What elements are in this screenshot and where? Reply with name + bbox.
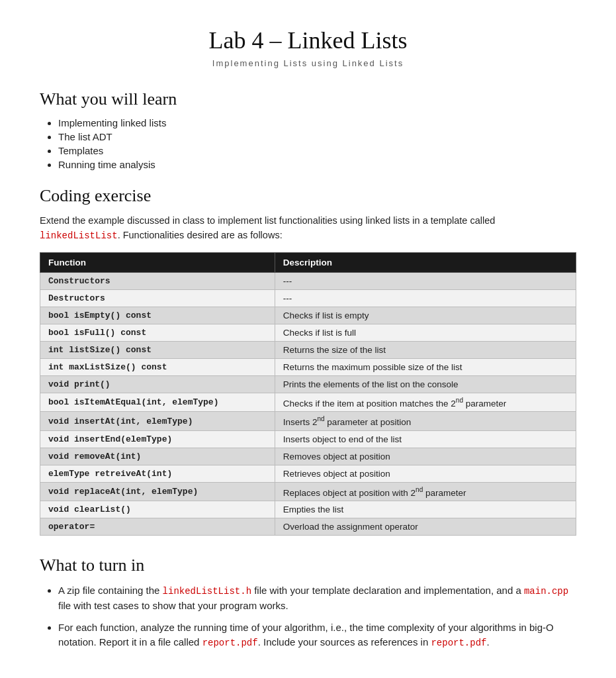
table-row: void replaceAt(int, elemType) Replaces o… (40, 482, 576, 501)
func-cell: void print() (40, 375, 275, 393)
list-item: For each function, analyze the running t… (58, 620, 576, 651)
table-row: void insertAt(int, elemType) Inserts 2nd… (40, 412, 576, 431)
turn-in-text-2-after: . (486, 636, 489, 648)
func-cell: Constructors (40, 272, 275, 289)
desc-text-after: parameter (423, 487, 466, 497)
turn-in-list: A zip file containing the linkedListList… (58, 583, 576, 650)
what-you-learn-heading: What you will learn (40, 89, 576, 109)
table-row: void insertEnd(elemType) Inserts object … (40, 430, 576, 448)
func-cell: int listSize() const (40, 341, 275, 358)
table-row: Constructors --- (40, 272, 576, 289)
list-item: The list ADT (58, 131, 576, 142)
func-cell: elemType retreiveAt(int) (40, 465, 275, 482)
func-cell: void insertAt(int, elemType) (40, 412, 275, 431)
table-row: void clearList() Empties the list (40, 501, 576, 518)
what-you-learn-list: Implementing linked lists The list ADT T… (58, 117, 576, 170)
desc-cell: Prints the elements of the list on the c… (275, 375, 576, 393)
func-cell: int maxListSize() const (40, 358, 275, 375)
desc-cell: Removes object at position (275, 448, 576, 465)
desc-cell: Returns the size of the list (275, 341, 576, 358)
page-title: Lab 4 – Linked Lists (40, 26, 576, 54)
desc-cell: Returns the maximum possible size of the… (275, 358, 576, 375)
func-cell: void removeAt(int) (40, 448, 275, 465)
desc-text-after: parameter at position (325, 417, 412, 427)
table-row: void print() Prints the elements of the … (40, 375, 576, 393)
list-item: Implementing linked lists (58, 117, 576, 128)
turn-in-text-1-before: A zip file containing the (58, 585, 163, 596)
coding-exercise-paragraph: Extend the example discussed in class to… (40, 214, 576, 243)
what-to-turn-in-heading: What to turn in (40, 556, 576, 575)
paragraph-text-after: . Functionalities desired are as follows… (118, 230, 283, 240)
table-row: Destructors --- (40, 289, 576, 307)
desc-cell: --- (275, 289, 576, 307)
paragraph-text-before: Extend the example discussed in class to… (40, 215, 495, 226)
table-row: int listSize() const Returns the size of… (40, 341, 576, 358)
list-item: Templates (58, 145, 576, 156)
class-name-code: linkedListList (40, 230, 118, 241)
table-row: bool isEmpty() const Checks if list is e… (40, 307, 576, 324)
functions-table: Function Description Constructors --- De… (40, 252, 576, 536)
desc-cell: Inserts object to end of the list (275, 430, 576, 448)
turn-in-text-1-middle: file with your template declaration and … (251, 585, 524, 596)
superscript: nd (317, 415, 324, 422)
desc-cell: Empties the list (275, 501, 576, 518)
desc-text-before: Replaces object at position with 2 (283, 487, 416, 497)
desc-cell: Checks if list is empty (275, 307, 576, 324)
table-row: void removeAt(int) Removes object at pos… (40, 448, 576, 465)
table-row: bool isItemAtEqual(int, elemType) Checks… (40, 393, 576, 412)
desc-cell: Checks if the item at position matches t… (275, 393, 576, 412)
turn-in-code-4: report.pdf (431, 638, 486, 648)
table-header-description: Description (275, 252, 576, 272)
turn-in-text-1-after: file with test cases to show that your p… (58, 600, 288, 611)
table-row: bool isFull() const Checks if list is fu… (40, 324, 576, 341)
func-cell: void insertEnd(elemType) (40, 430, 275, 448)
desc-cell: Replaces object at position with 2nd par… (275, 482, 576, 501)
table-header-function: Function (40, 252, 275, 272)
superscript: nd (416, 486, 423, 493)
table-row: operator= Overload the assignment operat… (40, 518, 576, 536)
func-cell: bool isEmpty() const (40, 307, 275, 324)
desc-cell: Overload the assignment operator (275, 518, 576, 536)
desc-cell: Checks if list is full (275, 324, 576, 341)
turn-in-code-3: report.pdf (202, 638, 258, 648)
func-cell: Destructors (40, 289, 275, 307)
desc-text-before: Checks if the item at position matches t… (283, 398, 456, 408)
func-cell: bool isFull() const (40, 324, 275, 341)
table-row: elemType retreiveAt(int) Retrieves objec… (40, 465, 576, 482)
desc-text-after: parameter (463, 398, 506, 408)
table-row: int maxListSize() const Returns the maxi… (40, 358, 576, 375)
turn-in-text-2-middle: . Include your sources as references in (258, 636, 431, 648)
desc-text-before: Inserts 2 (283, 417, 318, 427)
turn-in-code-1: linkedListList.h (163, 586, 251, 597)
list-item: A zip file containing the linkedListList… (58, 583, 576, 614)
turn-in-code-2: main.cpp (524, 586, 568, 597)
table-header-row: Function Description (40, 252, 576, 272)
page-subtitle: Implementing Lists using Linked Lists (40, 58, 576, 68)
func-cell: operator= (40, 518, 275, 536)
superscript: nd (456, 397, 463, 404)
func-cell: void clearList() (40, 501, 275, 518)
coding-exercise-heading: Coding exercise (40, 186, 576, 206)
desc-cell: Retrieves object at position (275, 465, 576, 482)
func-cell: bool isItemAtEqual(int, elemType) (40, 393, 275, 412)
func-cell: void replaceAt(int, elemType) (40, 482, 275, 501)
list-item: Running time analysis (58, 159, 576, 170)
what-to-turn-in-section: What to turn in A zip file containing th… (40, 556, 576, 650)
desc-cell: --- (275, 272, 576, 289)
desc-cell: Inserts 2nd parameter at position (275, 412, 576, 431)
